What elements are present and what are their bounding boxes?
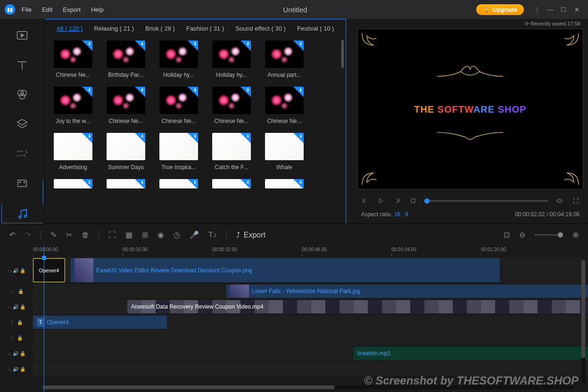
asset-card[interactable] [107, 179, 145, 188]
export-button[interactable]: ⤴Export [236, 231, 265, 239]
download-icon[interactable] [240, 179, 251, 188]
grid-icon[interactable]: ⊞ [142, 230, 148, 239]
track-header-text1[interactable]: T 🔒 [0, 315, 33, 330]
download-icon[interactable] [188, 87, 198, 97]
menu-edit[interactable]: Edit [42, 6, 52, 13]
track-audio1[interactable]: breathin.mp3 [33, 346, 588, 361]
download-icon[interactable] [293, 133, 304, 143]
download-icon[interactable] [293, 41, 304, 51]
download-icon[interactable] [82, 87, 92, 97]
track-pip[interactable]: Lower Falls - Yellowstone National Park.… [33, 284, 588, 299]
asset-card[interactable]: True Inspira... [159, 133, 198, 171]
track-video-main[interactable]: Opener4 EaseUS Video Editor Review Downl… [33, 257, 588, 284]
asset-card[interactable]: Chinese Ne... [107, 87, 145, 124]
aspect-ratio-value[interactable]: 16 : 9 [394, 211, 408, 218]
track-text2[interactable] [33, 330, 588, 346]
delete-icon[interactable]: 🗑 [82, 231, 89, 239]
download-icon[interactable] [293, 179, 304, 188]
tab-fashion[interactable]: Fashion ( 31 ) [186, 25, 224, 32]
clip-video1[interactable]: Aiseesoft Data Recovery Review Coupon Vi… [127, 300, 588, 313]
track-video2[interactable]: Aiseesoft Data Recovery Review Coupon Vi… [33, 299, 588, 315]
play-button[interactable] [376, 196, 386, 205]
fullscreen-icon[interactable] [571, 196, 580, 205]
asset-card[interactable]: Summer Days [107, 133, 145, 171]
zoom-out-icon[interactable]: ⊖ [519, 230, 525, 239]
asset-card[interactable]: Catch the F... [212, 133, 251, 171]
crop-icon[interactable]: ⛶ [108, 231, 116, 239]
upgrade-button[interactable]: 🔒Upgrade [476, 4, 524, 15]
time-ruler[interactable]: 00:00:00.00 00:00:16.00 00:00:32.00 00:0… [33, 246, 588, 257]
download-icon[interactable] [135, 133, 145, 143]
track-header-text2[interactable]: T 🔒 [0, 330, 33, 346]
stop-button[interactable] [408, 196, 418, 205]
download-icon[interactable] [188, 133, 198, 143]
preview-viewport[interactable]: THE SOFTWARE SHOP [357, 29, 583, 189]
asset-card[interactable]: Chinese Ne... [159, 87, 198, 124]
tab-brisk[interactable]: Brisk ( 28 ) [145, 25, 175, 32]
split-icon[interactable]: ✂ [66, 230, 72, 239]
download-icon[interactable] [82, 133, 92, 143]
track-text1[interactable]: TOpener4 [33, 315, 588, 330]
download-icon[interactable] [135, 179, 145, 188]
media-tab-icon[interactable] [12, 27, 33, 44]
asset-card[interactable]: Whale [265, 133, 304, 171]
mosaic-icon[interactable]: ▦ [125, 230, 133, 239]
elements-tab-icon[interactable] [12, 175, 33, 192]
overlays-tab-icon[interactable] [12, 116, 33, 132]
undo-button[interactable]: ↶ [9, 230, 16, 239]
freeze-icon[interactable]: ◉ [157, 230, 164, 239]
timeline-body[interactable]: 00:00:00.00 00:00:16.00 00:00:32.00 00:0… [33, 246, 588, 392]
download-icon[interactable] [188, 179, 198, 188]
tab-festival[interactable]: Festival ( 10 ) [297, 25, 334, 32]
fit-icon[interactable]: ⊡ [504, 230, 510, 239]
clip-text1[interactable]: TOpener4 [33, 316, 167, 329]
minimize-button[interactable]: — [544, 3, 557, 16]
clip-image1[interactable]: EaseUS Video Editor Review Download Disc… [71, 258, 500, 282]
clip-image2[interactable]: Lower Falls - Yellowstone National Park.… [226, 285, 588, 298]
asset-card[interactable]: Holiday hy... [212, 41, 251, 78]
download-icon[interactable] [135, 41, 145, 51]
track-audio2[interactable] [33, 361, 588, 377]
asset-card[interactable]: Birthday Par... [107, 41, 145, 78]
tab-sound-effect[interactable]: Sound effect ( 30 ) [235, 25, 286, 32]
asset-card[interactable]: Annual part... [265, 41, 304, 78]
music-tab-icon[interactable] [1, 204, 43, 223]
track-header-audio1[interactable]: ♫ 🔊 🔒 [0, 346, 33, 361]
grid-scrollbar[interactable] [341, 40, 344, 68]
timeline-v-scrollbar[interactable] [581, 260, 585, 383]
zoom-slider[interactable] [535, 234, 563, 236]
asset-card[interactable] [54, 179, 92, 188]
download-icon[interactable] [240, 41, 251, 51]
duration-icon[interactable]: ◷ [174, 230, 180, 239]
asset-card[interactable] [212, 179, 251, 188]
asset-card[interactable] [159, 179, 198, 188]
download-icon[interactable] [135, 87, 145, 97]
track-header-pip[interactable]: ▭ 🔒 [0, 284, 33, 299]
volume-icon[interactable] [555, 196, 564, 205]
asset-card[interactable]: Chinese Ne... [265, 87, 304, 124]
menu-help[interactable]: Help [91, 6, 104, 13]
playhead[interactable] [44, 246, 44, 392]
zoom-in-icon[interactable]: ⊕ [572, 230, 579, 239]
clip-opener[interactable]: Opener4 [33, 258, 65, 282]
asset-card[interactable]: Advertising [54, 133, 92, 171]
maximize-button[interactable]: ☐ [557, 3, 570, 16]
asset-card[interactable]: Holiday hy... [159, 41, 198, 78]
menu-file[interactable]: File [22, 6, 32, 13]
text-tab-icon[interactable] [12, 57, 33, 74]
asset-card[interactable]: Joy to the w... [54, 87, 92, 124]
next-frame-button[interactable] [392, 196, 402, 205]
clip-audio1[interactable]: breathin.mp3 [354, 347, 588, 360]
menu-export[interactable]: Export [63, 6, 81, 13]
close-button[interactable]: ✕ [570, 3, 583, 16]
timeline-h-scrollbar[interactable] [42, 385, 574, 389]
voiceover-icon[interactable]: 🎤 [190, 230, 199, 239]
text-to-speech-icon[interactable]: T♪ [208, 231, 217, 239]
track-header-video2[interactable]: ▭ 🔊 🔒 [0, 299, 33, 315]
download-icon[interactable] [240, 133, 251, 143]
download-icon[interactable] [82, 179, 92, 188]
progress-bar[interactable] [424, 200, 548, 202]
track-header-video1[interactable]: ▭ 🔊 🔒 [0, 257, 33, 284]
download-icon[interactable] [188, 41, 198, 51]
more-icon[interactable]: ⋮ [530, 3, 544, 16]
